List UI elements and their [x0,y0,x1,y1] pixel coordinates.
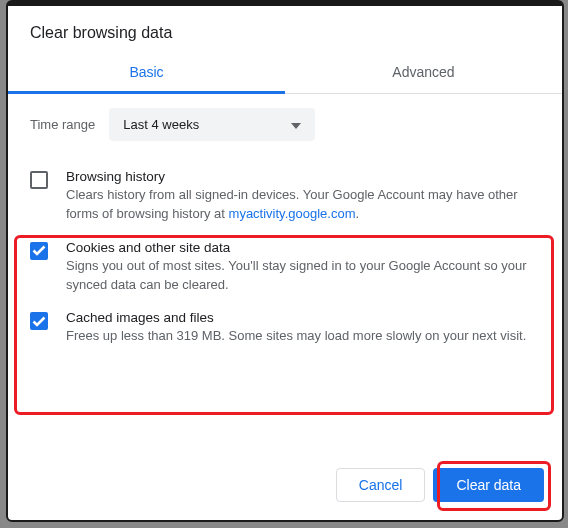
checkbox-browsing-history[interactable] [30,171,48,189]
option-desc: Frees up less than 319 MB. Some sites ma… [66,327,544,346]
dialog-title: Clear browsing data [8,6,562,52]
checkbox-cache[interactable] [30,312,48,330]
option-cache: Cached images and files Frees up less th… [30,304,544,356]
clear-data-button[interactable]: Clear data [433,468,544,502]
time-range-value: Last 4 weeks [123,117,199,132]
option-cookies: Cookies and other site data Signs you ou… [30,234,544,305]
tab-bar: Basic Advanced [8,52,562,94]
cancel-button[interactable]: Cancel [336,468,426,502]
tab-advanced[interactable]: Advanced [285,52,562,93]
option-text: Browsing history Clears history from all… [66,169,544,224]
option-browsing-history: Browsing history Clears history from all… [30,163,544,234]
time-range-select[interactable]: Last 4 weeks [109,108,315,141]
myactivity-link[interactable]: myactivity.google.com [229,206,356,221]
option-text: Cached images and files Frees up less th… [66,310,544,346]
time-range-row: Time range Last 4 weeks [30,108,544,141]
dialog-content: Time range Last 4 weeks Browsing history… [8,94,562,454]
option-title: Cached images and files [66,310,544,325]
option-desc: Clears history from all signed-in device… [66,186,544,224]
dialog-footer: Cancel Clear data [8,454,562,520]
tab-basic[interactable]: Basic [8,52,285,93]
clear-browsing-data-dialog: Clear browsing data Basic Advanced Time … [6,0,564,522]
chevron-down-icon [291,117,301,132]
option-desc: Signs you out of most sites. You'll stay… [66,257,544,295]
checkbox-cookies[interactable] [30,242,48,260]
option-title: Cookies and other site data [66,240,544,255]
option-text: Cookies and other site data Signs you ou… [66,240,544,295]
option-title: Browsing history [66,169,544,184]
time-range-label: Time range [30,117,95,132]
